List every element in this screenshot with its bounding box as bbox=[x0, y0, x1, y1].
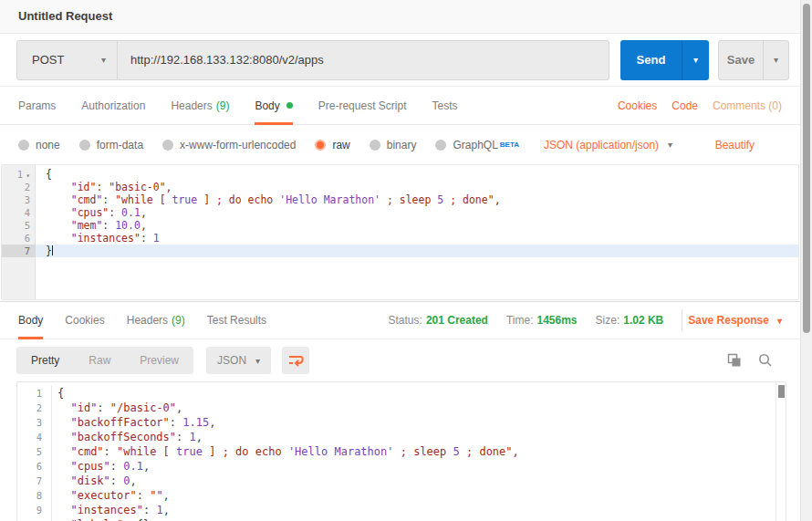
code-line-6[interactable]: 6 "instances": 1 bbox=[2, 232, 798, 245]
request-body-editor[interactable]: 1▾{2 "id": "basic-0",3 "cmd": "while [ t… bbox=[1, 164, 799, 300]
chevron-down-icon: ▾ bbox=[777, 316, 782, 326]
code-text: "instances": 1 bbox=[36, 232, 798, 245]
url-input[interactable]: http://192.168.133.132:8080/v2/apps bbox=[118, 41, 609, 79]
code-line-7[interactable]: 7 "disk": 0, bbox=[17, 474, 786, 488]
code-text: "cmd": "while [ true ] ; do echo 'Hello … bbox=[36, 193, 798, 206]
page-scrollbar-thumb[interactable] bbox=[803, 4, 810, 333]
code-text: "backoffFactor": 1.15, bbox=[52, 415, 786, 430]
response-tab-test-results[interactable]: Test Results bbox=[207, 302, 266, 339]
line-number: 7 bbox=[17, 474, 52, 488]
search-button[interactable] bbox=[758, 353, 773, 368]
line-number: 1▾ bbox=[2, 168, 36, 181]
tab-tests[interactable]: Tests bbox=[432, 87, 457, 124]
mode-x-www-form-urlencoded[interactable]: x-www-form-urlencoded bbox=[162, 139, 296, 151]
radio-selected-icon bbox=[315, 140, 326, 151]
code-line-3[interactable]: 3 "cmd": "while [ true ] ; do echo 'Hell… bbox=[2, 193, 798, 206]
code-line-6[interactable]: 6 "cpus": 0.1, bbox=[17, 459, 786, 474]
response-actions bbox=[711, 353, 773, 368]
line-number: 3 bbox=[17, 415, 52, 430]
code-line-10[interactable]: 10 "labels": {}, bbox=[17, 517, 786, 521]
tab-body[interactable]: Body bbox=[255, 87, 292, 124]
send-button[interactable]: Send bbox=[620, 40, 682, 80]
code-line-8[interactable]: 8 "executor": "", bbox=[17, 488, 786, 503]
chevron-down-icon: ▾ bbox=[774, 55, 778, 65]
comments-link[interactable]: Comments (0) bbox=[713, 99, 782, 112]
mode-raw[interactable]: raw bbox=[315, 139, 349, 151]
tab-headers[interactable]: Headers (9) bbox=[171, 87, 229, 124]
line-number: 2 bbox=[17, 401, 52, 415]
save-button[interactable]: Save bbox=[719, 41, 763, 79]
fold-caret-icon[interactable]: ▾ bbox=[26, 172, 30, 180]
code-text: "cpus": 0.1, bbox=[52, 459, 786, 474]
line-number: 7 bbox=[2, 245, 36, 257]
size-value: 1.02 KB bbox=[623, 314, 663, 327]
chevron-down-icon: ▾ bbox=[255, 356, 260, 366]
time-stat: Time:1456ms bbox=[506, 314, 578, 327]
code-text: "cpus": 0.1, bbox=[36, 206, 798, 219]
response-tab-headers[interactable]: Headers (9) bbox=[127, 302, 185, 339]
mode-graphql[interactable]: GraphQL BETA bbox=[435, 139, 519, 151]
code-line-4[interactable]: 4 "cpus": 0.1, bbox=[2, 206, 798, 219]
beautify-link[interactable]: Beautify bbox=[715, 139, 755, 151]
view-pretty[interactable]: Pretty bbox=[16, 347, 74, 374]
code-text: "instances": 1, bbox=[52, 503, 786, 517]
wrap-lines-button[interactable] bbox=[282, 347, 309, 374]
method-select[interactable]: POST ▾ bbox=[17, 41, 118, 79]
content-type-select[interactable]: JSON (application/json) ▾ bbox=[544, 139, 672, 151]
copy-icon bbox=[727, 353, 742, 368]
save-response-button[interactable]: Save Response ▾ bbox=[688, 314, 782, 327]
graphql-beta-badge: BETA bbox=[500, 141, 519, 149]
code-line-7[interactable]: 7} bbox=[2, 245, 798, 257]
response-tab-body[interactable]: Body bbox=[18, 302, 43, 339]
mode-form-data[interactable]: form-data bbox=[79, 139, 143, 151]
radio-icon bbox=[370, 140, 380, 151]
view-raw[interactable]: Raw bbox=[74, 347, 125, 374]
send-options-button[interactable]: ▾ bbox=[682, 40, 709, 80]
code-link[interactable]: Code bbox=[671, 99, 698, 112]
code-text: "id": "/basic-0", bbox=[52, 401, 786, 415]
request-links: Cookies Code Comments (0) bbox=[603, 87, 782, 124]
code-text: "mem": 10.0, bbox=[36, 219, 798, 232]
response-language-select[interactable]: JSON ▾ bbox=[206, 347, 271, 374]
code-line-2[interactable]: 2 "id": "basic-0", bbox=[2, 181, 798, 193]
vertical-divider bbox=[682, 309, 682, 331]
status-value: 201 Created bbox=[426, 314, 488, 327]
tab-pre-request-script[interactable]: Pre-request Script bbox=[318, 87, 407, 124]
time-value: 1456ms bbox=[536, 314, 577, 327]
code-line-1[interactable]: 1{ bbox=[17, 386, 786, 401]
mode-none[interactable]: none bbox=[18, 139, 60, 151]
line-number: 6 bbox=[2, 232, 36, 245]
chevron-down-icon: ▾ bbox=[693, 55, 698, 65]
response-tab-cookies[interactable]: Cookies bbox=[65, 302, 104, 339]
text-cursor bbox=[52, 245, 53, 255]
send-split-button: Send ▾ bbox=[620, 40, 709, 80]
cookies-link[interactable]: Cookies bbox=[618, 99, 657, 112]
line-number: 5 bbox=[17, 444, 52, 459]
line-number: 8 bbox=[17, 488, 52, 503]
tab-params[interactable]: Params bbox=[18, 87, 56, 124]
body-set-dot-icon bbox=[286, 102, 293, 109]
copy-button[interactable] bbox=[727, 353, 742, 368]
mode-binary[interactable]: binary bbox=[370, 139, 417, 151]
request-tabs: Params Authorization Headers (9) Body Pr… bbox=[0, 87, 800, 125]
save-options-button[interactable]: ▾ bbox=[763, 41, 788, 79]
code-line-2[interactable]: 2 "id": "/basic-0", bbox=[17, 401, 786, 415]
postman-app: Untitled Request POST ▾ http://192.168.1… bbox=[0, 0, 812, 521]
code-line-9[interactable]: 9 "instances": 1, bbox=[17, 503, 786, 517]
code-line-3[interactable]: 3 "backoffFactor": 1.15, bbox=[17, 415, 786, 430]
code-line-4[interactable]: 4 "backoffSeconds": 1, bbox=[17, 430, 786, 444]
view-preview[interactable]: Preview bbox=[125, 347, 193, 374]
code-line-5[interactable]: 5 "mem": 10.0, bbox=[2, 219, 798, 232]
request-title: Untitled Request bbox=[0, 0, 800, 34]
tab-authorization[interactable]: Authorization bbox=[81, 87, 145, 124]
response-body-editor[interactable]: 1{2 "id": "/basic-0",3 "backoffFactor": … bbox=[16, 381, 786, 521]
code-text: "executor": "", bbox=[52, 488, 786, 503]
response-toolbar: Pretty Raw Preview JSON ▾ bbox=[0, 339, 800, 381]
url-group: POST ▾ http://192.168.133.132:8080/v2/ap… bbox=[16, 40, 609, 80]
size-stat: Size:1.02 KB bbox=[596, 314, 664, 327]
code-line-5[interactable]: 5 "cmd": "while [ true ] ; do echo 'Hell… bbox=[17, 444, 786, 459]
page-scrollbar[interactable] bbox=[800, 0, 812, 521]
code-line-1[interactable]: 1▾{ bbox=[2, 168, 798, 181]
line-number: 4 bbox=[17, 430, 52, 444]
method-value: POST bbox=[32, 53, 64, 67]
